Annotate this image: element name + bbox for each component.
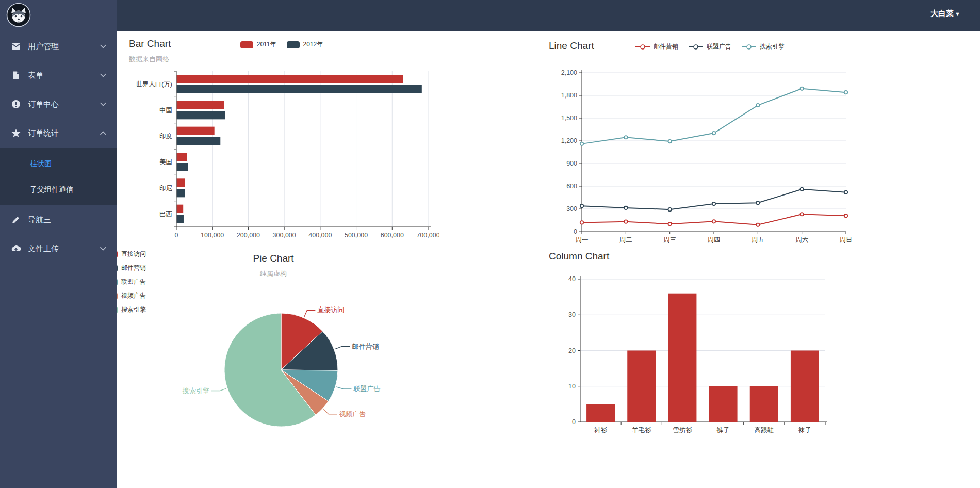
- svg-text:高跟鞋: 高跟鞋: [755, 427, 774, 434]
- legend-item[interactable]: 联盟广告: [689, 42, 731, 51]
- sidebar-subitem[interactable]: 子父组件通信: [0, 176, 117, 202]
- svg-text:200,000: 200,000: [237, 232, 260, 239]
- svg-text:300,000: 300,000: [273, 232, 296, 239]
- legend-label: 联盟广告: [121, 278, 146, 286]
- line-chart-plot: 03006009001,2001,5001,8002,100周一周二周三周四周五…: [543, 63, 852, 251]
- sidebar-item-label: 表单: [28, 71, 100, 80]
- svg-text:雪纺衫: 雪纺衫: [673, 427, 692, 434]
- svg-text:0: 0: [574, 228, 577, 235]
- pie-chart-plot: 直接访问邮件营销联盟广告视频广告搜索引擎: [101, 286, 446, 453]
- svg-text:1,200: 1,200: [561, 137, 577, 144]
- svg-text:周六: 周六: [795, 236, 808, 243]
- exclamation-icon: [11, 100, 21, 109]
- sidebar-submenu: 柱状图子父组件通信: [0, 148, 117, 205]
- line-chart-panel: Line Chart 邮件营销联盟广告搜索引擎 03006009001,2001…: [543, 34, 852, 247]
- husky-logo[interactable]: [6, 3, 31, 27]
- legend-line-marker: [635, 43, 650, 51]
- upload-cloud-icon: [11, 244, 21, 253]
- sidebar-item-3[interactable]: 订单统计: [0, 119, 117, 148]
- bar-chart-legend: 2011年2012年: [124, 40, 439, 49]
- sidebar-item-label: 用户管理: [28, 42, 100, 52]
- chevron-down-icon: [100, 245, 107, 252]
- sidebar-item-4[interactable]: 导航三: [0, 205, 117, 234]
- sidebar-item-label: 文件上传: [28, 244, 100, 254]
- sidebar-item-1[interactable]: 表单: [0, 61, 117, 90]
- svg-text:邮件营销: 邮件营销: [352, 343, 379, 350]
- svg-text:袜子: 袜子: [798, 427, 812, 434]
- svg-text:印度: 印度: [159, 133, 172, 140]
- sidebar-item-5[interactable]: 文件上传: [0, 234, 117, 263]
- line-chart-title: Line Chart: [549, 40, 594, 52]
- sidebar-item-label: 导航三: [28, 215, 107, 225]
- svg-text:裤子: 裤子: [716, 427, 730, 434]
- legend-swatch: [287, 41, 300, 48]
- legend-label: 邮件营销: [121, 264, 146, 272]
- svg-text:600: 600: [566, 183, 577, 190]
- legend-label: 联盟广告: [707, 42, 731, 51]
- svg-text:联盟广告: 联盟广告: [353, 385, 380, 393]
- bar-chart-panel: Bar Chart 数据来自网络 2011年2012年 世界人口(万)中国印度美…: [124, 34, 439, 247]
- star-icon: [11, 128, 21, 138]
- svg-text:周日: 周日: [840, 236, 853, 243]
- svg-text:衬衫: 衬衫: [594, 427, 608, 434]
- chevron-up-icon: [100, 129, 107, 137]
- sidebar-item-label: 订单中心: [28, 100, 100, 109]
- legend-label: 2011年: [257, 40, 276, 49]
- svg-text:羊毛衫: 羊毛衫: [632, 427, 651, 434]
- svg-text:1,500: 1,500: [561, 115, 577, 122]
- legend-swatch: [240, 41, 253, 48]
- svg-text:900: 900: [566, 160, 577, 167]
- svg-text:印尼: 印尼: [159, 185, 173, 192]
- svg-text:30: 30: [568, 311, 576, 318]
- legend-label: 搜索引擎: [760, 42, 785, 51]
- svg-text:10: 10: [568, 383, 576, 390]
- svg-text:500,000: 500,000: [345, 232, 368, 239]
- legend-item[interactable]: 2011年: [240, 40, 276, 49]
- column-chart-panel: Column Chart 010203040衬衫羊毛衫雪纺衫裤子高跟鞋袜子: [543, 247, 852, 443]
- svg-text:直接访问: 直接访问: [317, 306, 344, 314]
- line-chart-legend: 邮件营销联盟广告搜索引擎: [635, 42, 785, 51]
- svg-text:周四: 周四: [708, 236, 721, 243]
- sidebar-item-2[interactable]: 订单中心: [0, 90, 117, 119]
- svg-text:300: 300: [566, 205, 577, 213]
- sidebar-menu: 用户管理表单订单中心订单统计柱状图子父组件通信导航三文件上传: [0, 32, 117, 263]
- sidebar-item-0[interactable]: 用户管理: [0, 32, 117, 61]
- pencil-icon: [11, 215, 21, 224]
- svg-text:1,800: 1,800: [561, 92, 577, 99]
- svg-text:视频广告: 视频广告: [339, 410, 366, 418]
- column-chart-plot: 010203040衬衫羊毛衫雪纺衫裤子高跟鞋袜子: [543, 271, 852, 447]
- legend-label: 邮件营销: [654, 42, 678, 51]
- chevron-down-icon: [100, 101, 107, 108]
- svg-text:600,000: 600,000: [381, 232, 404, 239]
- legend-line-marker: [742, 43, 756, 51]
- svg-text:20: 20: [568, 347, 576, 354]
- svg-text:巴西: 巴西: [159, 210, 172, 218]
- legend-item[interactable]: 邮件营销: [635, 42, 678, 51]
- svg-text:周三: 周三: [663, 236, 676, 243]
- pie-chart-panel: Pie Chart 纯属虚构 直接访问邮件营销联盟广告视频广告搜索引擎 直接访问…: [101, 247, 446, 453]
- legend-item[interactable]: 2012年: [287, 40, 323, 49]
- bar-chart-plot: 世界人口(万)中国印度美国印尼巴西0100,000200,000300,0004…: [124, 63, 439, 249]
- legend-line-marker: [689, 43, 703, 51]
- document-icon: [11, 71, 21, 80]
- svg-text:周一: 周一: [576, 236, 589, 243]
- sidebar-subitem[interactable]: 柱状图: [0, 151, 117, 176]
- svg-text:0: 0: [175, 232, 178, 239]
- sidebar: 用户管理表单订单中心订单统计柱状图子父组件通信导航三文件上传: [0, 0, 117, 488]
- svg-text:周五: 周五: [752, 236, 764, 243]
- legend-label: 2012年: [303, 40, 323, 49]
- topbar: 大白菜▼: [0, 0, 980, 31]
- svg-text:100,000: 100,000: [201, 232, 224, 239]
- svg-text:搜索引擎: 搜索引擎: [182, 387, 209, 395]
- svg-text:400,000: 400,000: [308, 232, 332, 239]
- svg-text:世界人口(万): 世界人口(万): [136, 80, 172, 88]
- legend-item[interactable]: 搜索引擎: [742, 42, 785, 51]
- user-menu[interactable]: 大白菜▼: [930, 0, 960, 31]
- column-chart-title: Column Chart: [549, 251, 609, 262]
- svg-text:美国: 美国: [159, 158, 172, 166]
- pie-chart-title: Pie Chart: [101, 253, 446, 264]
- svg-text:中国: 中国: [159, 107, 172, 114]
- chevron-down-icon: [100, 43, 107, 50]
- user-name: 大白菜: [930, 9, 954, 18]
- pie-chart-subtitle: 纯属虚构: [101, 269, 446, 279]
